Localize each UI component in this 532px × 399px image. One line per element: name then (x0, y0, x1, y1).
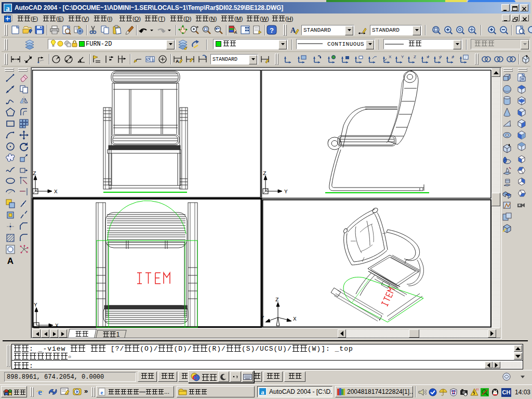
svg-text:X: X (293, 316, 297, 322)
svg-text:e: e (38, 387, 42, 396)
svg-text:?: ? (270, 26, 274, 34)
svg-text:y: y (439, 55, 441, 59)
svg-text:FT: FT (476, 388, 478, 391)
svg-text:a: a (6, 5, 10, 12)
svg-text:Z: Z (33, 170, 36, 177)
svg-text:1: 1 (152, 58, 155, 62)
svg-text:Z: Z (275, 297, 279, 303)
svg-text:X: X (55, 323, 59, 328)
svg-text:Z: Z (263, 170, 267, 177)
svg-text:Y: Y (284, 189, 288, 195)
svg-text:Y: Y (261, 315, 264, 321)
svg-text:z: z (451, 55, 454, 59)
svg-text:C: C (192, 374, 197, 381)
svg-text:X: X (389, 55, 392, 59)
svg-text:x: x (427, 55, 429, 59)
svg-text:X: X (54, 189, 58, 195)
svg-text:Z: Z (414, 55, 416, 59)
svg-text:Y: Y (34, 302, 37, 308)
svg-text:a: a (261, 389, 264, 396)
svg-text:A: A (7, 256, 14, 266)
svg-text:Y: Y (401, 55, 404, 59)
svg-text:A: A (234, 30, 237, 35)
svg-text:A: A (176, 59, 179, 64)
svg-text:e: e (101, 389, 103, 395)
